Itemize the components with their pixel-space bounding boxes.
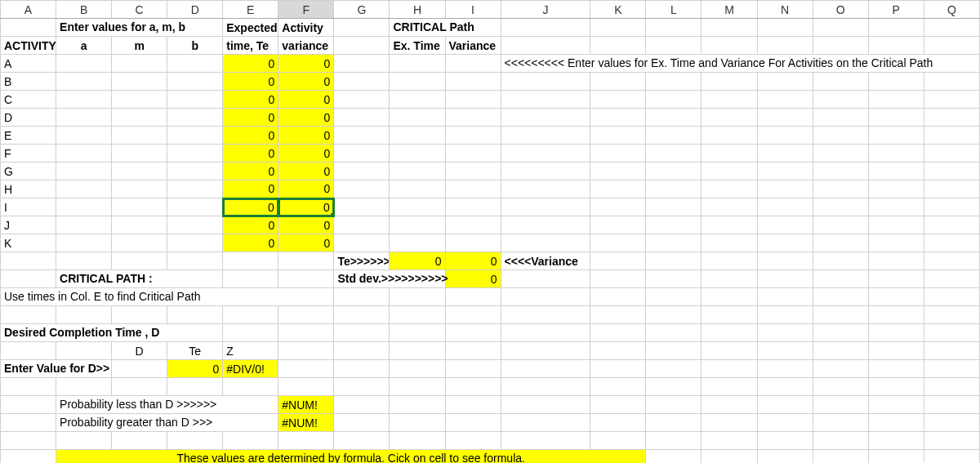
cell[interactable] — [868, 91, 924, 109]
cell[interactable] — [1, 450, 56, 464]
cell[interactable] — [590, 180, 646, 198]
cell[interactable] — [590, 414, 646, 432]
activity-name[interactable]: J — [1, 216, 56, 234]
cell[interactable] — [924, 180, 979, 198]
activity-name[interactable]: B — [1, 73, 56, 91]
cell[interactable] — [757, 162, 813, 180]
expected-label[interactable]: Expected — [223, 19, 278, 37]
cell[interactable] — [924, 37, 979, 55]
cell[interactable] — [590, 162, 646, 180]
activity-name[interactable]: C — [1, 91, 56, 109]
cell[interactable] — [646, 127, 702, 145]
cell[interactable] — [167, 234, 223, 252]
cell[interactable] — [390, 198, 445, 216]
prob-less-value[interactable]: #NUM! — [278, 396, 334, 414]
te-cell[interactable]: 0 — [223, 109, 278, 127]
cell[interactable] — [1, 19, 56, 37]
cell[interactable] — [445, 91, 501, 109]
cell[interactable] — [757, 342, 813, 360]
b-label[interactable]: b — [167, 37, 223, 55]
cell[interactable] — [167, 180, 223, 198]
cell[interactable] — [757, 414, 813, 432]
cell[interactable] — [868, 73, 924, 91]
activity-name[interactable]: K — [1, 234, 56, 252]
cell[interactable] — [590, 288, 646, 306]
var-cell[interactable]: 0 — [278, 109, 334, 127]
cell[interactable] — [501, 342, 590, 360]
cell[interactable] — [813, 414, 868, 432]
cell[interactable] — [868, 180, 924, 198]
cell[interactable] — [445, 234, 501, 252]
col-header-Q[interactable]: Q — [924, 1, 979, 19]
cell[interactable] — [445, 396, 501, 414]
grid[interactable]: A B C D E F G H I J K L M N O P Q Enter … — [0, 0, 980, 463]
z-error[interactable]: #DIV/0! — [223, 360, 278, 378]
cell[interactable] — [56, 91, 112, 109]
cell[interactable] — [813, 19, 868, 37]
cell[interactable] — [501, 396, 590, 414]
cell[interactable] — [334, 109, 390, 127]
cell[interactable] — [223, 432, 278, 450]
cell[interactable] — [1, 396, 56, 414]
col-header-E[interactable]: E — [223, 1, 278, 19]
cell[interactable] — [646, 180, 702, 198]
col-header-H[interactable]: H — [390, 1, 445, 19]
cell[interactable] — [56, 234, 112, 252]
cell[interactable] — [868, 342, 924, 360]
cell[interactable] — [223, 270, 278, 288]
cell[interactable] — [868, 127, 924, 145]
col-header-C[interactable]: C — [112, 1, 167, 19]
cell[interactable] — [646, 396, 702, 414]
col-header-J[interactable]: J — [501, 1, 590, 19]
critical-note-text[interactable]: Use times in Col. E to find Critical Pat… — [1, 288, 334, 306]
time-te-label[interactable]: time, Te — [223, 37, 278, 55]
cell[interactable] — [702, 288, 757, 306]
cell[interactable] — [646, 414, 702, 432]
cell[interactable] — [702, 378, 757, 396]
col-header-G[interactable]: G — [334, 1, 390, 19]
cell[interactable] — [757, 360, 813, 378]
prob-less-label[interactable]: Probability less than D >>>>>> — [56, 396, 278, 414]
cell[interactable] — [924, 378, 979, 396]
cell[interactable] — [646, 198, 702, 216]
cell[interactable] — [757, 73, 813, 91]
cell[interactable] — [924, 73, 979, 91]
cell[interactable] — [112, 306, 167, 324]
cell[interactable] — [590, 324, 646, 342]
cell[interactable] — [757, 37, 813, 55]
te-cell[interactable]: 0 — [223, 91, 278, 109]
cell[interactable] — [924, 306, 979, 324]
cell[interactable] — [334, 234, 390, 252]
cell[interactable] — [334, 324, 390, 342]
cell[interactable] — [501, 414, 590, 432]
cell[interactable] — [167, 73, 223, 91]
te-value[interactable]: 0 — [167, 360, 223, 378]
cell[interactable] — [390, 396, 445, 414]
cell[interactable] — [56, 127, 112, 145]
cell[interactable] — [646, 162, 702, 180]
cell[interactable] — [56, 198, 112, 216]
cell[interactable] — [56, 378, 112, 396]
cell[interactable] — [334, 198, 390, 216]
critical-path-title[interactable]: CRITICAL PATH : — [56, 270, 223, 288]
cell[interactable] — [868, 216, 924, 234]
cell[interactable] — [757, 450, 813, 464]
cell[interactable] — [590, 127, 646, 145]
cell[interactable] — [167, 252, 223, 270]
cell[interactable] — [813, 127, 868, 145]
cell[interactable] — [278, 252, 334, 270]
cell[interactable] — [702, 306, 757, 324]
cell[interactable] — [924, 414, 979, 432]
prob-greater-value[interactable]: #NUM! — [278, 414, 334, 432]
te-cell[interactable]: 0 — [223, 55, 278, 73]
cell[interactable] — [813, 450, 868, 464]
cell[interactable] — [56, 73, 112, 91]
cell[interactable] — [334, 145, 390, 162]
cell[interactable] — [702, 414, 757, 432]
cell[interactable] — [1, 306, 56, 324]
cell[interactable] — [702, 162, 757, 180]
cell[interactable] — [646, 432, 702, 450]
cell[interactable] — [924, 91, 979, 109]
cell[interactable] — [501, 306, 590, 324]
cell[interactable] — [445, 288, 501, 306]
